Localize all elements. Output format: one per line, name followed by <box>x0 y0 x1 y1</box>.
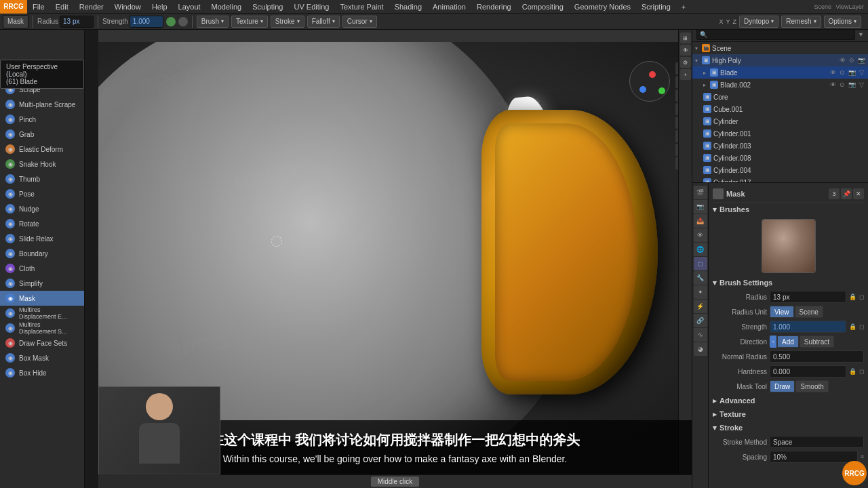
mode-selector[interactable]: Mask <box>3 15 28 28</box>
prop-direction-arrow[interactable]: + <box>770 336 776 348</box>
outliner-filter-btn[interactable]: ▼ <box>858 31 864 38</box>
outliner-cylinder003[interactable]: ▣ Cylinder.003 <box>692 140 868 152</box>
tool-pose[interactable]: ◉ Pose <box>0 186 84 201</box>
outliner-cylinder017[interactable]: ▣ Cylinder.017 <box>692 176 868 183</box>
rsi-filter[interactable]: ⊞ <box>680 33 691 43</box>
prop-data-icon[interactable]: ∿ <box>694 328 707 342</box>
tool-box-hide[interactable]: ◉ Box Hide <box>0 365 84 380</box>
strength-sub-btn[interactable] <box>178 17 188 26</box>
tool-multires-s[interactable]: ◉ Multires Displacement S... <box>0 321 84 336</box>
prop-radius-value[interactable]: 13 px <box>770 291 846 303</box>
blade-cursor-icon[interactable]: ⊙ <box>838 68 846 77</box>
b002-tri[interactable]: ▽ <box>857 81 865 89</box>
b002-eye[interactable]: 👁 <box>829 81 837 89</box>
outliner-cylinder[interactable]: ▣ Cylinder <box>692 115 868 127</box>
menu-file[interactable]: File <box>27 0 50 14</box>
prop-scene-icon[interactable]: 🎬 <box>694 186 707 199</box>
prop-physics-icon[interactable]: ⚡ <box>694 300 707 313</box>
b002-cursor[interactable]: ⊙ <box>838 81 846 89</box>
outliner-core[interactable]: ▣ Core <box>692 91 868 103</box>
menu-modeling[interactable]: Modeling <box>206 0 248 14</box>
blade-tri-icon[interactable]: ▽ <box>857 68 865 77</box>
hp-cursor-icon[interactable]: ⊙ <box>848 56 856 64</box>
tool-snake-hook[interactable]: ◉ Snake Hook <box>0 157 84 171</box>
menu-animation[interactable]: Animation <box>427 0 471 14</box>
prop-hardness-value[interactable]: 0.000 <box>770 365 846 378</box>
falloff-dropdown[interactable]: Falloff <box>307 16 340 28</box>
menu-render[interactable]: Render <box>74 0 109 14</box>
texture-dropdown[interactable]: Texture <box>231 16 268 28</box>
prop-modifier-icon[interactable]: 🔧 <box>694 271 707 285</box>
rsi-settings[interactable]: ⚙ <box>680 57 691 68</box>
outliner-blade002[interactable]: ▸ ▣ Blade.002 👁 ⊙ 📷 ▽ <box>692 79 868 91</box>
prop-radius-unit-scene[interactable]: Scene <box>795 306 823 318</box>
menu-scripting[interactable]: Scripting <box>636 0 676 14</box>
prop-radius-lock[interactable]: 🔒 <box>849 293 856 300</box>
outliner-search[interactable]: 🔍 <box>696 29 855 40</box>
tool-grab[interactable]: ◉ Grab <box>0 127 84 142</box>
prop-normal-radius-value[interactable]: 0.500 <box>770 350 864 363</box>
menu-geometry-nodes[interactable]: Geometry Nodes <box>569 0 636 14</box>
blade-eye-icon[interactable]: 👁 <box>829 68 837 77</box>
hp-render-icon[interactable]: 📷 <box>857 56 865 64</box>
prop-strength-value[interactable]: 1.000 <box>770 321 846 333</box>
outliner-cylinder001[interactable]: ▣ Cylinder.001 <box>692 127 868 140</box>
prop-render-icon[interactable]: 📷 <box>694 200 707 214</box>
tool-cloth[interactable]: ◉ Cloth <box>0 261 84 276</box>
outliner-cube001[interactable]: ▣ Cube.001 <box>692 103 868 115</box>
menu-compositing[interactable]: Compositing <box>517 0 569 14</box>
strength-value[interactable]: 1.000 <box>130 16 163 28</box>
outliner-scene[interactable]: ▾ 🎬 Scene <box>692 42 868 54</box>
tool-box-mask[interactable]: ◉ Box Mask <box>0 350 84 365</box>
prop-mask-tool-draw[interactable]: Draw <box>770 380 795 392</box>
prop-radius-unit-view[interactable]: View <box>770 306 794 318</box>
stroke-dropdown[interactable]: Stroke <box>271 16 304 28</box>
prop-view-icon[interactable]: 👁 <box>694 228 707 242</box>
options-btn[interactable]: Options <box>824 16 861 28</box>
xyz-x[interactable]: X <box>719 18 724 25</box>
outliner-blade[interactable]: ▸ ▣ Blade 👁 ⊙ 📷 ▽ <box>692 66 868 79</box>
prop-output-icon[interactable]: 📤 <box>694 214 707 228</box>
outliner-scene-expand[interactable]: ▾ <box>695 45 702 52</box>
stroke-section-header[interactable]: ▾ Stroke <box>711 421 865 434</box>
viewport-gizmo[interactable] <box>629 61 670 102</box>
tool-nudge[interactable]: ◉ Nudge <box>0 201 84 216</box>
b002-render[interactable]: 📷 <box>848 81 856 89</box>
tool-pinch[interactable]: ◉ Pinch <box>0 112 84 127</box>
mask-close[interactable]: ✕ <box>853 188 864 199</box>
brush-dropdown[interactable]: Brush <box>197 16 229 28</box>
texture-section-header[interactable]: ▸ Texture <box>711 407 865 421</box>
outliner-high-poly[interactable]: ▾ ▣ High Poly 👁 ⊙ 📷 <box>692 54 868 66</box>
tool-thumb[interactable]: ◉ Thumb <box>0 171 84 186</box>
viewport-content[interactable]: RRCG RRCG RRCG RRCG 人人素材 人人素材 人人素材 📷 ⊞ ◐ <box>98 42 692 441</box>
prop-direction-add[interactable]: Add <box>777 336 799 348</box>
menu-rendering[interactable]: Rendering <box>471 0 517 14</box>
menu-plus[interactable]: + <box>676 0 691 14</box>
strength-add-btn[interactable] <box>166 17 176 26</box>
high-poly-expand[interactable]: ▾ <box>695 58 702 64</box>
prop-particle-icon[interactable]: ✦ <box>694 285 707 299</box>
prop-world-icon[interactable]: 🌐 <box>694 243 707 256</box>
blade-expand[interactable]: ▸ <box>703 70 710 76</box>
dyntopo-btn[interactable]: Dyntopo <box>739 16 778 28</box>
hp-eye-icon[interactable]: 👁 <box>838 56 846 64</box>
xyz-z[interactable]: Z <box>733 18 737 25</box>
xyz-y[interactable]: Y <box>726 18 730 25</box>
remesh-btn[interactable]: Remesh <box>781 16 821 28</box>
prop-spacing-icon[interactable]: ≡ <box>861 453 864 460</box>
tool-simplify[interactable]: ◉ Simplify <box>0 276 84 291</box>
radius-value[interactable]: 13 px <box>60 16 94 28</box>
advanced-section-header[interactable]: ▸ Advanced <box>711 394 865 407</box>
prop-material-icon[interactable]: ◕ <box>694 342 707 356</box>
tool-slide-relax[interactable]: ◉ Slide Relax <box>0 231 84 246</box>
menu-layout[interactable]: Layout <box>173 0 206 14</box>
tool-mask[interactable]: ◉ Mask <box>0 291 84 306</box>
cursor-dropdown[interactable]: Cursor <box>342 16 377 28</box>
tool-multi-scrape[interactable]: ◉ Multi-plane Scrape <box>0 97 84 112</box>
prop-strength-anim[interactable]: ◻ <box>859 323 864 330</box>
prop-constraint-icon[interactable]: 🔗 <box>694 314 707 327</box>
3d-viewport[interactable]: RRCG RRCG RRCG RRCG 人人素材 人人素材 人人素材 📷 ⊞ ◐ <box>98 30 692 441</box>
brush-settings-header[interactable]: ▾ Brush Settings <box>711 276 865 289</box>
menu-edit[interactable]: Edit <box>50 0 74 14</box>
prop-strength-lock[interactable]: 🔒 <box>849 323 856 330</box>
